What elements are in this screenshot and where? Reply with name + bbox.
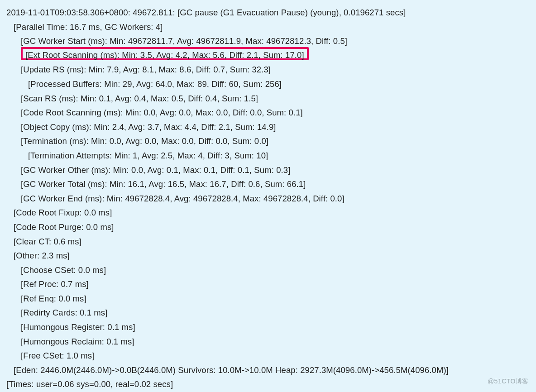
log-line: [Ref Proc: 0.7 ms] <box>0 277 536 292</box>
log-line: [GC Worker Other (ms): Min: 0.0, Avg: 0.… <box>0 163 536 177</box>
log-line: [Choose CSet: 0.0 ms] <box>0 263 536 277</box>
log-line: [Humongous Reclaim: 0.1 ms] <box>0 335 536 349</box>
log-line: [Humongous Register: 0.1 ms] <box>0 320 536 335</box>
log-line: [Processed Buffers: Min: 29, Avg: 64.0, … <box>0 77 536 91</box>
log-line: [Termination Attempts: Min: 1, Avg: 2.5,… <box>0 148 536 163</box>
log-line: [Update RS (ms): Min: 7.9, Avg: 8.1, Max… <box>0 62 536 77</box>
log-line: [Code Root Fixup: 0.0 ms] <box>0 206 536 220</box>
log-line: [Termination (ms): Min: 0.0, Avg: 0.0, M… <box>0 134 536 148</box>
log-line-highlighted-wrapper: [Ext Root Scanning (ms): Min: 3.5, Avg: … <box>0 48 536 63</box>
log-line: [Object Copy (ms): Min: 2.4, Avg: 3.7, M… <box>0 120 536 134</box>
log-line: [Eden: 2446.0M(2446.0M)->0.0B(2446.0M) S… <box>0 363 536 378</box>
log-line: [Code Root Purge: 0.0 ms] <box>0 220 536 234</box>
log-line: [Times: user=0.06 sys=0.00, real=0.02 se… <box>0 377 536 392</box>
log-line: [Other: 2.3 ms] <box>0 249 536 263</box>
log-line: [GC Worker End (ms): Min: 49672828.4, Av… <box>0 191 536 206</box>
log-line: [GC Worker Total (ms): Min: 16.1, Avg: 1… <box>0 177 536 191</box>
log-line: [Scan RS (ms): Min: 0.1, Avg: 0.4, Max: … <box>0 91 536 106</box>
log-line: [GC Worker Start (ms): Min: 49672811.7, … <box>0 34 536 48</box>
watermark-text: @51CTO博客 <box>488 378 529 386</box>
gc-log-block: 2019-11-01T09:03:58.306+0800: 49672.811:… <box>0 0 536 392</box>
log-line: [Parallel Time: 16.7 ms, GC Workers: 4] <box>0 20 536 34</box>
log-line: [Free CSet: 1.0 ms] <box>0 349 536 363</box>
log-line: [Clear CT: 0.6 ms] <box>0 234 536 249</box>
log-line: [Redirty Cards: 0.1 ms] <box>0 306 536 320</box>
log-line: [Code Root Scanning (ms): Min: 0.0, Avg:… <box>0 105 536 120</box>
log-line-highlighted: [Ext Root Scanning (ms): Min: 3.5, Avg: … <box>21 47 309 60</box>
log-line: 2019-11-01T09:03:58.306+0800: 49672.811:… <box>0 5 536 20</box>
log-line: [Ref Enq: 0.0 ms] <box>0 292 536 306</box>
